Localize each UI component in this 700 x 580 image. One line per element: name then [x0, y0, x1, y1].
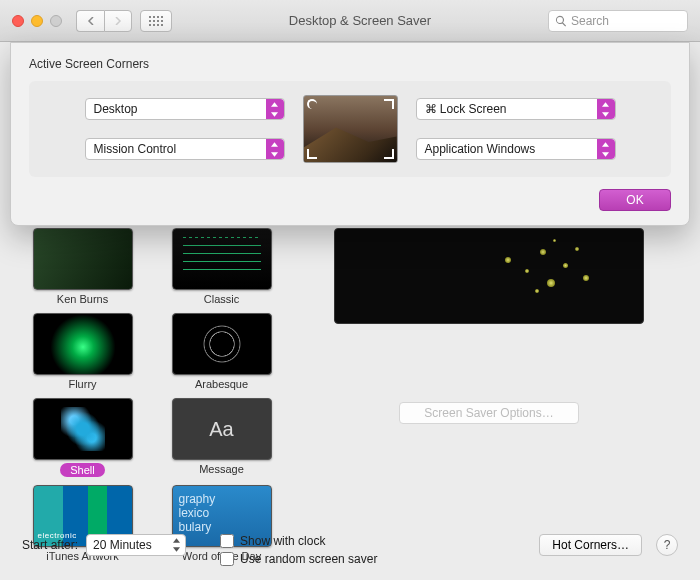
screen-thumbnail — [303, 95, 398, 163]
right-column: ⌘ Lock Screen Application Windows — [416, 98, 616, 160]
checkbox-group: Show with clock Use random screen saver — [220, 534, 377, 566]
screensaver-options-button[interactable]: Screen Saver Options… — [399, 402, 579, 424]
back-button[interactable] — [76, 10, 104, 32]
corner-indicator-br — [384, 149, 394, 159]
stepper-icon — [169, 536, 183, 554]
message-glyph: Aa — [209, 418, 233, 441]
thumbnail-message: Aa — [172, 398, 272, 460]
thumbnail-shell — [33, 398, 133, 460]
traffic-lights — [12, 15, 62, 27]
thumbnail-flurry — [33, 313, 133, 375]
show-all-button[interactable] — [140, 10, 172, 32]
corners-body: Desktop Mission Control ⌘ Lock Screen Ap… — [29, 81, 671, 177]
label-classic: Classic — [204, 293, 239, 305]
ok-button[interactable]: OK — [599, 189, 671, 211]
corner-indicator-tr — [384, 99, 394, 109]
chevron-down-icon — [271, 152, 278, 157]
chevron-up-icon — [271, 142, 278, 147]
popup-stepper-icon — [266, 99, 284, 119]
chevron-up-icon — [602, 102, 609, 107]
chevron-up-icon — [602, 142, 609, 147]
left-column: Desktop Mission Control — [85, 98, 285, 160]
label-shell: Shell — [60, 463, 104, 477]
popup-stepper-icon — [266, 139, 284, 159]
chevron-down-icon — [271, 112, 278, 117]
corner-indicator-tl — [307, 99, 317, 109]
thumbnail-ken-burns — [33, 228, 133, 290]
chevron-left-icon — [87, 17, 95, 25]
bottom-left-value: Mission Control — [94, 142, 177, 156]
grid-icon — [149, 16, 163, 26]
start-after-group: Start after: 20 Minutes — [22, 534, 186, 556]
random-screensaver-checkbox[interactable]: Use random screen saver — [220, 552, 377, 566]
chevron-right-icon — [114, 17, 122, 25]
chevron-down-icon — [602, 112, 609, 117]
screensaver-item-ken-burns[interactable]: Ken Burns — [22, 228, 143, 305]
sheet-heading: Active Screen Corners — [29, 57, 671, 71]
chevron-down-icon — [602, 152, 609, 157]
minimize-window-button[interactable] — [31, 15, 43, 27]
chevron-up-icon — [271, 102, 278, 107]
screensaver-item-flurry[interactable]: Flurry — [22, 313, 143, 390]
search-icon — [555, 15, 567, 27]
top-right-corner-popup[interactable]: ⌘ Lock Screen — [416, 98, 616, 120]
show-with-clock-label: Show with clock — [240, 534, 325, 548]
screensaver-item-shell[interactable]: Shell — [22, 398, 143, 477]
forward-button[interactable] — [104, 10, 132, 32]
zoom-window-button[interactable] — [50, 15, 62, 27]
thumbnail-arabesque — [172, 313, 272, 375]
close-window-button[interactable] — [12, 15, 24, 27]
footer-controls: Start after: 20 Minutes Show with clock … — [22, 534, 678, 566]
help-button[interactable]: ? — [656, 534, 678, 556]
random-screensaver-label: Use random screen saver — [240, 552, 377, 566]
start-after-label: Start after: — [22, 538, 78, 552]
screensaver-item-arabesque[interactable]: Arabesque — [161, 313, 282, 390]
corner-indicator-bl — [307, 149, 317, 159]
preview-pane: Screen Saver Options… — [300, 228, 678, 580]
bottom-right-corner-popup[interactable]: Application Windows — [416, 138, 616, 160]
start-after-popup[interactable]: 20 Minutes — [86, 534, 186, 556]
start-after-value: 20 Minutes — [93, 538, 152, 552]
top-right-value: ⌘ Lock Screen — [425, 102, 507, 116]
show-with-clock-input[interactable] — [220, 534, 234, 548]
popup-stepper-icon — [597, 139, 615, 159]
chevron-up-icon — [173, 538, 180, 543]
window-title: Desktop & Screen Saver — [180, 13, 540, 28]
screensaver-item-message[interactable]: Aa Message — [161, 398, 282, 477]
random-screensaver-input[interactable] — [220, 552, 234, 566]
label-arabesque: Arabesque — [195, 378, 248, 390]
screensaver-item-classic[interactable]: Classic — [161, 228, 282, 305]
search-placeholder: Search — [571, 14, 609, 28]
label-message: Message — [199, 463, 244, 475]
window-toolbar: Desktop & Screen Saver Search — [0, 0, 700, 42]
screensaver-list: Ken Burns Classic Flurry Arabesque Shell — [22, 228, 282, 580]
nav-buttons — [76, 10, 132, 32]
search-field[interactable]: Search — [548, 10, 688, 32]
top-left-value: Desktop — [94, 102, 138, 116]
show-with-clock-checkbox[interactable]: Show with clock — [220, 534, 377, 548]
bottom-left-corner-popup[interactable]: Mission Control — [85, 138, 285, 160]
top-left-corner-popup[interactable]: Desktop — [85, 98, 285, 120]
bottom-right-value: Application Windows — [425, 142, 536, 156]
screensaver-preview — [334, 228, 644, 324]
chevron-down-icon — [173, 547, 180, 552]
hot-corners-button[interactable]: Hot Corners… — [539, 534, 642, 556]
popup-stepper-icon — [597, 99, 615, 119]
label-flurry: Flurry — [68, 378, 96, 390]
active-screen-corners-sheet: Active Screen Corners Desktop Mission Co… — [10, 42, 690, 226]
label-ken-burns: Ken Burns — [57, 293, 108, 305]
thumbnail-classic — [172, 228, 272, 290]
